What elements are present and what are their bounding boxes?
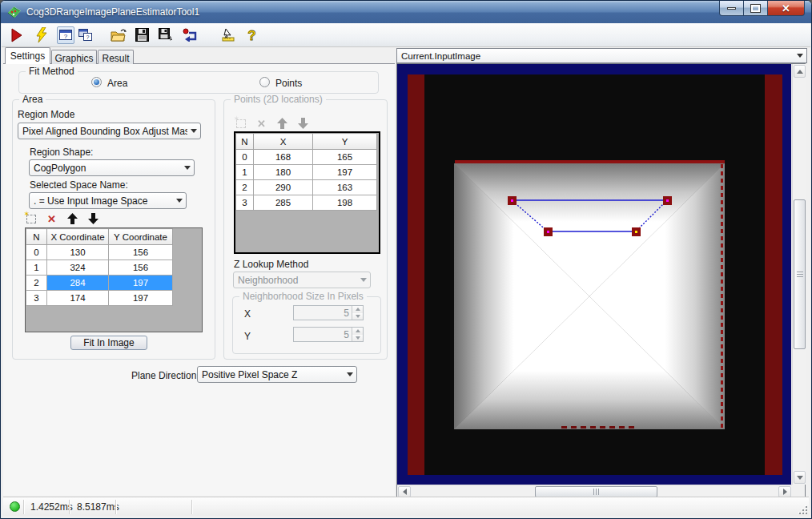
spin-down-icon [352,313,363,320]
help-icon: ? [247,28,257,42]
svg-text:?: ? [64,33,68,40]
delete-point-button[interactable]: ✕ [45,212,58,225]
horizontal-scroll-thumb[interactable] [535,486,657,497]
electric-run-button[interactable] [33,26,50,44]
tab-graphics[interactable]: Graphics [51,50,97,64]
chevron-down-icon [794,49,806,62]
region-mode-select[interactable]: Pixel Aligned Bounding Box Adjust Mask [18,123,201,139]
scroll-down-button[interactable] [794,471,806,484]
resize-grip[interactable] [798,505,807,514]
fit-in-image-button[interactable]: Fit In Image [70,336,147,350]
minimize-button[interactable] [719,1,744,16]
open-file-button[interactable] [110,26,127,44]
col-header-x[interactable]: X Coordinate [47,229,109,245]
chevron-down-icon [173,193,186,208]
cell-n[interactable]: 0 [26,245,47,260]
vertical-scroll-thumb[interactable] [794,199,806,349]
cell-x[interactable]: 174 [47,291,109,306]
cell-y[interactable]: 156 [109,245,173,260]
run-icon [10,28,23,42]
region-shape-select[interactable]: CogPolygon [29,159,195,176]
run-button[interactable] [8,26,26,44]
maximize-button[interactable] [744,1,768,16]
delete-point-icon: ✕ [47,214,56,224]
cell-y[interactable]: 156 [109,260,173,276]
svg-text:?: ? [86,34,89,40]
cell-x[interactable]: 324 [47,260,109,276]
cell-y[interactable]: 197 [109,291,173,306]
col-header-y: Y [313,134,377,150]
reset-icon [183,28,198,42]
title-bar[interactable]: Cog3DRangeImagePlaneEstimatorTool1 ✕ [1,1,811,23]
cell-n[interactable]: 2 [26,276,47,291]
status-indicator-green [10,501,20,512]
polygon-overlay [397,64,791,485]
save-as-icon [159,28,174,42]
main-toolbar: ? ? [2,23,810,47]
vertical-scrollbar[interactable] [792,64,806,485]
fit-method-area-label: Area [107,78,127,89]
plane-direction-select[interactable]: Positive Pixel Space Z [197,366,357,383]
scroll-up-icon [797,70,803,74]
table-row: 0 130 156 [26,245,173,260]
cell-n[interactable]: 3 [26,291,47,306]
cell-x[interactable]: 130 [47,245,109,260]
minimize-icon [727,7,736,10]
pointer-measure-button[interactable] [219,26,237,44]
fit-method-label: Fit Method [26,66,78,77]
window-title: Cog3DRangeImagePlaneEstimatorTool1 [26,6,199,18]
tab-settings[interactable]: Settings [5,47,50,64]
scroll-up-button[interactable] [794,65,806,78]
cell-n: 3 [236,195,254,211]
selected-space-label: Selected Space Name: [30,179,128,191]
col-header-x: X [254,134,313,150]
help-button[interactable]: ? [243,26,260,44]
col-header-y[interactable]: Y Coordinate [109,229,173,245]
separator [115,500,116,514]
save-as-button[interactable] [157,26,175,44]
close-button[interactable]: ✕ [768,1,805,16]
cell-n: 0 [236,150,254,165]
vertex-handle-2-selected[interactable] [632,227,641,236]
fit-method-points-radio[interactable] [259,77,270,87]
spin-down-icon [352,335,363,342]
scroll-left-button[interactable] [398,486,411,497]
copy-run-image-button[interactable]: ? [76,26,94,44]
image-selector[interactable]: Current.InputImage [396,48,807,63]
save-button[interactable] [133,26,151,44]
chevron-down-icon [181,160,194,175]
cell-n[interactable]: 1 [26,260,47,276]
cell-x: 285 [254,195,313,211]
add-point-button[interactable] [24,212,38,225]
col-header-n: N [236,134,254,150]
fit-method-area-radio[interactable] [91,77,102,87]
neighborhood-y-spinner: 5 [293,327,364,342]
move-up-button[interactable] [66,212,79,225]
vertex-handle-1[interactable] [663,196,672,205]
neighborhood-group: Neighborhood Size In Pixels X 5 Y 5 [232,296,381,354]
cell-y[interactable]: 197 [109,276,173,291]
separator [23,500,24,514]
image-canvas[interactable] [397,64,791,485]
tab-result[interactable]: Result [98,50,134,64]
vertex-handle-0[interactable] [508,196,517,205]
show-last-run-image-toggle[interactable]: ? [57,26,74,44]
vertex-handle-3[interactable] [544,227,553,236]
cell-y: 197 [313,165,377,180]
scroll-left-icon [403,489,407,495]
region-shape-label: Region Shape: [30,147,93,158]
area-points-toolbar: ✕ [24,212,100,225]
cell-y: 198 [313,195,377,211]
area-points-grid: N X Coordinate Y Coordinate 0 130 156 1 … [25,227,203,332]
reset-button[interactable] [181,26,199,44]
move-down-icon [298,118,308,129]
move-down-button[interactable] [86,212,100,225]
plane-direction-label: Plane Direction [131,370,196,381]
selected-space-select[interactable]: . = Use Input Image Space [29,192,187,209]
cell-x[interactable]: 284 [47,276,109,291]
close-icon: ✕ [782,3,790,14]
polygon-edge-left [512,200,548,231]
col-header-n[interactable]: N [26,229,47,245]
scroll-right-button[interactable] [778,486,791,497]
cell-n: 1 [236,165,254,180]
